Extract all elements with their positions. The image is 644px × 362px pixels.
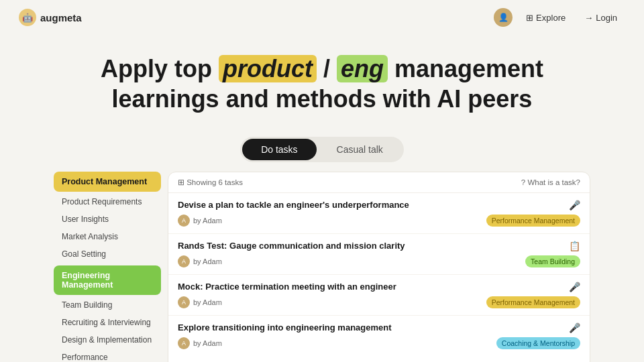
sidebar-item-market-analysis[interactable]: Market Analysis [54,228,161,245]
task-tag: Coaching & Mentorship [496,337,580,349]
login-label: Login [596,13,617,23]
sidebar-section-engineering: Engineering Management Team Building Rec… [54,265,161,362]
explore-label: Explore [536,13,566,23]
logo[interactable]: 🤖 augmeta [19,9,82,26]
task-title: Devise a plan to tackle an engineer's un… [178,200,564,211]
author-avatar: A [178,255,190,267]
task-item[interactable]: Devise a plan to tackle an engineer's un… [168,193,590,234]
tabs-row: Do tasks Casual talk [0,137,644,162]
sidebar: Product Management Product Requirements … [54,172,168,362]
author-avatar: A [178,215,190,227]
author-avatar: A [178,337,190,349]
sidebar-engineering-header[interactable]: Engineering Management [54,265,161,295]
task-icon-mic3: 🎤 [569,322,580,333]
task-bottom: A by Adam Performance Management [178,296,580,308]
task-author: A by Adam [178,337,222,349]
task-item[interactable]: Explore transitioning into engineering m… [168,316,590,356]
logo-text: augmeta [40,12,82,23]
sidebar-item-team-building[interactable]: Team Building [54,296,161,314]
navbar: 🤖 augmeta 👤 ⊞ Explore → Login [0,0,644,35]
login-icon: → [584,13,593,23]
task-item[interactable]: Rands Test: Gauge communication and miss… [168,234,590,275]
task-title: Explore transitioning into engineering m… [178,322,564,334]
tasks-panel-header: ⊞ Showing 6 tasks ? What is a task? [168,172,590,193]
task-top: Rands Test: Gauge communication and miss… [178,241,580,252]
author-avatar: A [178,296,190,308]
sidebar-item-recruiting[interactable]: Recruiting & Interviewing [54,314,161,331]
avatar: 👤 [494,8,513,27]
task-bottom: A by Adam Team Building [178,255,580,267]
tabs-container: Do tasks Casual talk [240,137,404,162]
task-title: Mock: Practice termination meeting with … [178,282,564,293]
sidebar-section-product: Product Management Product Requirements … [54,172,161,263]
task-top: Devise a plan to tackle an engineer's un… [178,200,580,211]
sidebar-item-goal-setting[interactable]: Goal Setting [54,245,161,263]
explore-button[interactable]: ⊞ Explore [518,9,574,26]
tasks-count: ⊞ Showing 6 tasks [178,178,243,187]
task-title: Rands Test: Gauge communication and miss… [178,241,564,252]
hero-section: Apply top product / eng management learn… [0,35,644,126]
task-bottom: A by Adam Coaching & Mentorship [178,337,580,349]
task-icon-clipboard: 📋 [569,241,580,251]
task-tag: Performance Management [486,215,580,227]
sidebar-item-performance[interactable]: Performance Management [54,349,161,362]
tasks-help[interactable]: ? What is a task? [521,178,580,186]
sidebar-item-product-requirements[interactable]: Product Requirements [54,193,161,210]
task-tag: Performance Management [486,296,580,308]
login-button[interactable]: → Login [576,9,625,26]
sidebar-item-design[interactable]: Design & Implementation [54,331,161,349]
logo-icon: 🤖 [19,9,36,26]
eng-highlight: eng [337,55,388,82]
task-author: A by Adam [178,255,222,267]
product-highlight: product [219,55,317,82]
task-icon-mic2: 🎤 [569,282,580,292]
explore-icon: ⊞ [526,13,533,23]
task-bottom: A by Adam Performance Management [178,215,580,227]
task-top: Explore transitioning into engineering m… [178,322,580,334]
task-icon-mic: 🎤 [569,200,580,210]
tab-casual[interactable]: Casual talk [318,139,402,160]
task-tag: Team Building [525,255,580,267]
navbar-right: 👤 ⊞ Explore → Login [494,8,625,27]
hero-line1: Apply top product / eng management [101,55,543,82]
task-author: A by Adam [178,215,222,227]
hero-heading: Apply top product / eng management learn… [13,54,631,114]
sidebar-product-header[interactable]: Product Management [54,172,161,192]
task-author: A by Adam [178,296,222,308]
task-item[interactable]: Mock: Practice termination meeting with … [168,275,590,316]
hero-line2: learnings and methods with AI peers [112,85,533,113]
task-top: Mock: Practice termination meeting with … [178,282,580,293]
sidebar-item-user-insights[interactable]: User Insights [54,210,161,228]
tasks-panel: ⊞ Showing 6 tasks ? What is a task? Devi… [168,172,590,362]
main-content: Product Management Product Requirements … [0,172,644,362]
tab-tasks[interactable]: Do tasks [242,139,316,160]
